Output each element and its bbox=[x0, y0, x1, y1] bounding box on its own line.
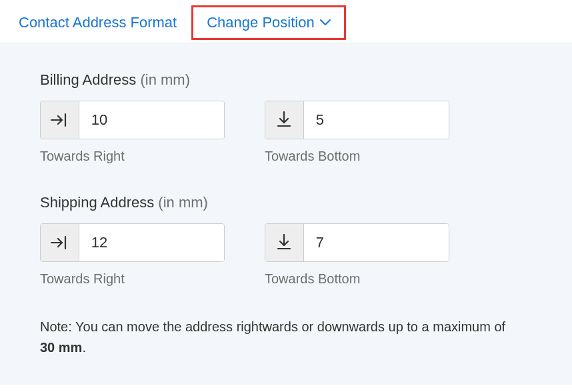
shipping-right-input-group bbox=[40, 223, 225, 262]
billing-right-field: Towards Right bbox=[40, 101, 225, 164]
shipping-bottom-input[interactable] bbox=[304, 224, 449, 261]
billing-row: Towards Right Towards Bottom bbox=[40, 101, 532, 164]
note-max: 30 mm bbox=[40, 340, 82, 355]
shipping-right-field: Towards Right bbox=[40, 223, 225, 287]
arrow-down-bar-icon bbox=[265, 224, 304, 261]
shipping-address-unit: (in mm) bbox=[158, 194, 208, 211]
billing-bottom-input-group bbox=[265, 101, 449, 139]
billing-right-input-group bbox=[40, 101, 225, 139]
billing-address-title-text: Billing Address bbox=[40, 71, 136, 88]
arrow-right-bar-icon bbox=[41, 101, 79, 139]
billing-address-title: Billing Address (in mm) bbox=[40, 71, 532, 89]
shipping-row: Towards Right Towards Bottom bbox=[40, 223, 532, 287]
arrow-down-bar-icon bbox=[265, 101, 304, 139]
tab-change-position[interactable]: Change Position bbox=[191, 5, 345, 40]
shipping-right-input[interactable] bbox=[79, 224, 224, 261]
note-suffix: . bbox=[82, 340, 86, 355]
shipping-bottom-hint: Towards Bottom bbox=[265, 271, 449, 287]
shipping-right-hint: Towards Right bbox=[40, 271, 225, 287]
shipping-address-title: Shipping Address (in mm) bbox=[40, 194, 532, 211]
tabs-bar: Contact Address Format Change Position bbox=[0, 0, 572, 43]
change-position-panel: Billing Address (in mm) Towards Right To… bbox=[0, 43, 572, 385]
shipping-address-title-text: Shipping Address bbox=[40, 194, 154, 211]
shipping-bottom-input-group bbox=[265, 223, 449, 262]
billing-bottom-input[interactable] bbox=[304, 101, 449, 139]
billing-address-unit: (in mm) bbox=[140, 71, 190, 88]
billing-bottom-field: Towards Bottom bbox=[265, 101, 449, 164]
note-prefix: Note: You can move the address rightward… bbox=[40, 319, 505, 334]
billing-right-hint: Towards Right bbox=[40, 149, 225, 164]
chevron-down-icon bbox=[320, 19, 331, 26]
billing-bottom-hint: Towards Bottom bbox=[265, 149, 449, 164]
note-text: Note: You can move the address rightward… bbox=[40, 317, 520, 358]
tab-change-position-label: Change Position bbox=[207, 14, 314, 31]
tab-contact-address-format[interactable]: Contact Address Format bbox=[19, 14, 177, 31]
billing-right-input[interactable] bbox=[79, 101, 224, 139]
shipping-bottom-field: Towards Bottom bbox=[265, 223, 449, 287]
arrow-right-bar-icon bbox=[41, 224, 79, 261]
